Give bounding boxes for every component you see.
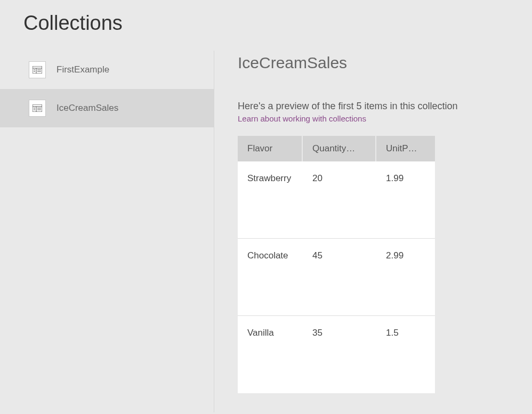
cell-unitprice: 2.99	[376, 239, 435, 315]
cell-unitprice: 1.5	[376, 316, 435, 393]
sidebar-item-label: IceCreamSales	[57, 103, 118, 113]
sidebar-item-icecreamsales[interactable]: IceCreamSales	[0, 89, 214, 127]
cell-unitprice: 1.99	[376, 161, 435, 238]
cell-flavor: Strawberry	[238, 161, 303, 238]
collection-icon	[29, 61, 46, 78]
detail-panel: IceCreamSales Here's a preview of the fi…	[214, 51, 532, 412]
page-title: Collections	[0, 0, 532, 51]
collection-title: IceCreamSales	[238, 54, 532, 72]
sidebar-item-firstexample[interactable]: FirstExample	[0, 51, 214, 89]
collection-icon	[29, 100, 46, 117]
table-header-quantity[interactable]: Quantity…	[303, 136, 376, 161]
collections-sidebar: FirstExample IceCreamSales	[0, 51, 214, 412]
table-header-row: Flavor Quantity… UnitP…	[238, 136, 435, 161]
data-table: Flavor Quantity… UnitP… Strawberry 20 1.…	[238, 136, 435, 393]
table-row[interactable]: Vanilla 35 1.5	[238, 316, 435, 393]
cell-quantity: 35	[303, 316, 376, 393]
table-row[interactable]: Chocolate 45 2.99	[238, 239, 435, 316]
preview-description: Here's a preview of the first 5 items in…	[238, 101, 532, 112]
cell-flavor: Vanilla	[238, 316, 303, 393]
table-header-unitprice[interactable]: UnitP…	[376, 136, 435, 161]
cell-quantity: 20	[303, 161, 376, 238]
learn-collections-link[interactable]: Learn about working with collections	[238, 114, 366, 123]
table-body: Strawberry 20 1.99 Chocolate 45 2.99 Van…	[238, 161, 435, 393]
content-area: FirstExample IceCreamSales IceCreamSales…	[0, 51, 532, 412]
sidebar-item-label: FirstExample	[57, 64, 109, 75]
table-row[interactable]: Strawberry 20 1.99	[238, 161, 435, 239]
cell-quantity: 45	[303, 239, 376, 315]
table-header-flavor[interactable]: Flavor	[238, 136, 303, 161]
cell-flavor: Chocolate	[238, 239, 303, 315]
